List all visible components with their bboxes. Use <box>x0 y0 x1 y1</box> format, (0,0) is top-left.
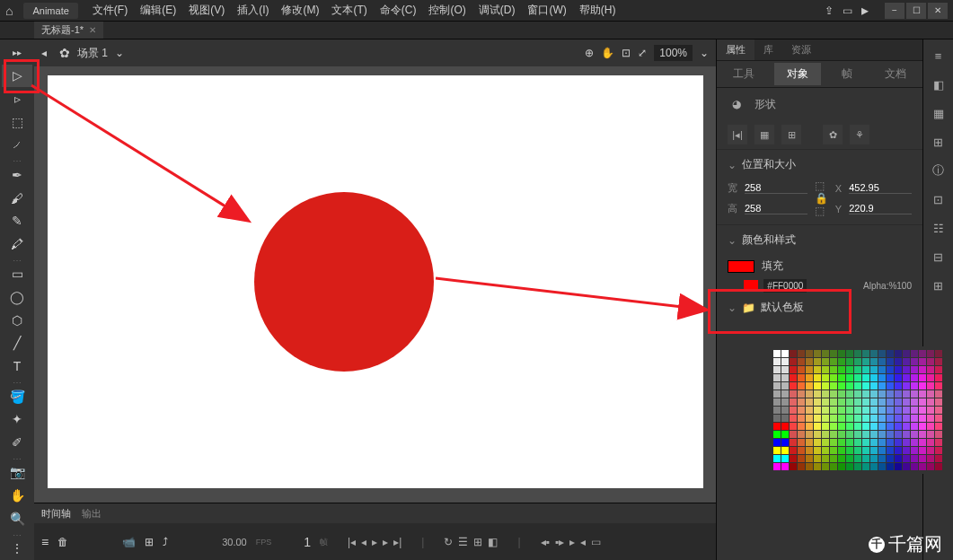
fill-hex-value[interactable]: #FF0000 <box>763 279 807 293</box>
y-value[interactable]: 220.9 <box>849 203 912 214</box>
oval-tool[interactable]: ◯ <box>2 285 32 309</box>
palette-swatch[interactable] <box>870 415 878 422</box>
flip-h-icon[interactable]: |◂| <box>728 125 747 144</box>
ink-bottle-tool[interactable]: ✦ <box>2 407 32 431</box>
palette-swatch[interactable] <box>798 407 805 414</box>
palette-swatch[interactable] <box>935 455 942 462</box>
palette-swatch[interactable] <box>911 431 918 438</box>
palette-swatch[interactable] <box>830 455 837 462</box>
palette-swatch[interactable] <box>846 382 853 389</box>
palette-swatch[interactable] <box>798 455 805 462</box>
palette-swatch[interactable] <box>854 431 861 438</box>
palette-swatch[interactable] <box>935 382 942 389</box>
palette-swatch[interactable] <box>838 382 845 389</box>
palette-swatch[interactable] <box>773 358 781 365</box>
zoom-tool[interactable]: 🔍 <box>2 507 32 530</box>
output-tab[interactable]: 输出 <box>82 507 101 521</box>
palette-swatch[interactable] <box>854 358 861 365</box>
palette-swatch[interactable] <box>806 358 813 365</box>
palette-swatch[interactable] <box>887 455 894 462</box>
components-icon[interactable]: ⊟ <box>928 246 949 267</box>
palette-swatch[interactable] <box>838 407 845 414</box>
tool-subtab[interactable]: 工具 <box>720 63 767 85</box>
palette-swatch[interactable] <box>790 447 797 454</box>
palette-swatch[interactable] <box>911 463 918 470</box>
palette-swatch[interactable] <box>895 350 902 357</box>
insert-blank-icon[interactable]: ▪▸ <box>555 536 564 548</box>
palette-swatch[interactable] <box>895 447 902 454</box>
palette-swatch[interactable] <box>806 398 813 406</box>
menu-window[interactable]: 窗口(W) <box>524 1 569 20</box>
palette-swatch[interactable] <box>927 350 934 357</box>
palette-swatch[interactable] <box>846 447 853 454</box>
palette-swatch[interactable] <box>854 382 861 389</box>
palette-swatch[interactable] <box>878 382 886 389</box>
palette-swatch[interactable] <box>919 439 926 446</box>
palette-swatch[interactable] <box>830 382 837 389</box>
palette-swatch[interactable] <box>798 350 805 357</box>
palette-swatch[interactable] <box>878 398 886 406</box>
palette-swatch[interactable] <box>911 407 918 414</box>
palette-swatch[interactable] <box>895 382 902 389</box>
palette-swatch[interactable] <box>814 366 821 373</box>
palette-swatch[interactable] <box>838 358 845 365</box>
palette-swatch[interactable] <box>781 447 789 454</box>
menu-file[interactable]: 文件(F) <box>89 1 131 20</box>
palette-swatch[interactable] <box>822 423 829 430</box>
palette-swatch[interactable] <box>887 407 894 414</box>
lock-icon[interactable]: ⬚🔒⬚ <box>815 179 828 217</box>
palette-swatch[interactable] <box>838 455 845 462</box>
palette-swatch[interactable] <box>822 463 829 470</box>
palette-swatch[interactable] <box>822 447 829 454</box>
palette-swatch[interactable] <box>862 407 869 414</box>
palette-swatch[interactable] <box>838 423 845 430</box>
swatches-panel-icon[interactable]: ▦ <box>928 102 949 124</box>
palette-swatch[interactable] <box>781 398 789 406</box>
line-tool[interactable]: ╱ <box>2 332 32 355</box>
frame-subtab[interactable]: 帧 <box>829 63 865 85</box>
palette-swatch[interactable] <box>814 431 821 438</box>
back-icon[interactable]: ◂ <box>41 47 52 59</box>
palette-swatch[interactable] <box>927 447 934 454</box>
palette-swatch[interactable] <box>903 382 910 389</box>
palette-swatch[interactable] <box>911 382 918 389</box>
palette-swatch[interactable] <box>781 431 789 438</box>
palette-swatch[interactable] <box>830 374 837 381</box>
assets-tab[interactable]: 资源 <box>782 39 820 60</box>
palette-swatch[interactable] <box>911 358 918 365</box>
palette-swatch[interactable] <box>781 366 789 373</box>
palette-swatch[interactable] <box>927 455 934 462</box>
color-panel-icon[interactable]: ◧ <box>928 74 949 95</box>
palette-swatch[interactable] <box>838 447 845 454</box>
brush-tool[interactable]: 🖌 <box>2 187 32 210</box>
palette-swatch[interactable] <box>830 350 837 357</box>
zoom-value[interactable]: 100% <box>654 45 693 61</box>
palette-swatch[interactable] <box>838 390 845 398</box>
palette-swatch[interactable] <box>935 407 942 414</box>
palette-swatch[interactable] <box>830 415 837 422</box>
palette-swatch[interactable] <box>830 366 837 373</box>
collapse-icon[interactable]: ⌄ <box>728 159 737 171</box>
palette-swatch[interactable] <box>846 423 853 430</box>
palette-swatch[interactable] <box>790 423 797 430</box>
palette-swatch[interactable] <box>798 447 805 454</box>
palette-swatch[interactable] <box>854 447 861 454</box>
remove-frame-icon[interactable]: ◂ <box>580 536 586 548</box>
palette-swatch[interactable] <box>830 463 837 470</box>
palette-swatch[interactable] <box>781 463 789 470</box>
palette-swatch[interactable] <box>790 431 797 438</box>
palette-swatch[interactable] <box>927 407 934 414</box>
palette-swatch[interactable] <box>790 407 797 414</box>
palette-swatch[interactable] <box>887 358 894 365</box>
palette-swatch[interactable] <box>903 366 910 373</box>
palette-swatch[interactable] <box>854 423 861 430</box>
palette-swatch[interactable] <box>806 423 813 430</box>
palette-swatch[interactable] <box>846 350 853 357</box>
palette-swatch[interactable] <box>814 439 821 446</box>
palette-swatch[interactable] <box>822 415 829 422</box>
palette-swatch[interactable] <box>773 439 781 446</box>
palette-swatch[interactable] <box>854 350 861 357</box>
palette-swatch[interactable] <box>878 358 886 365</box>
palette-swatch[interactable] <box>790 439 797 446</box>
palette-swatch[interactable] <box>773 455 781 462</box>
